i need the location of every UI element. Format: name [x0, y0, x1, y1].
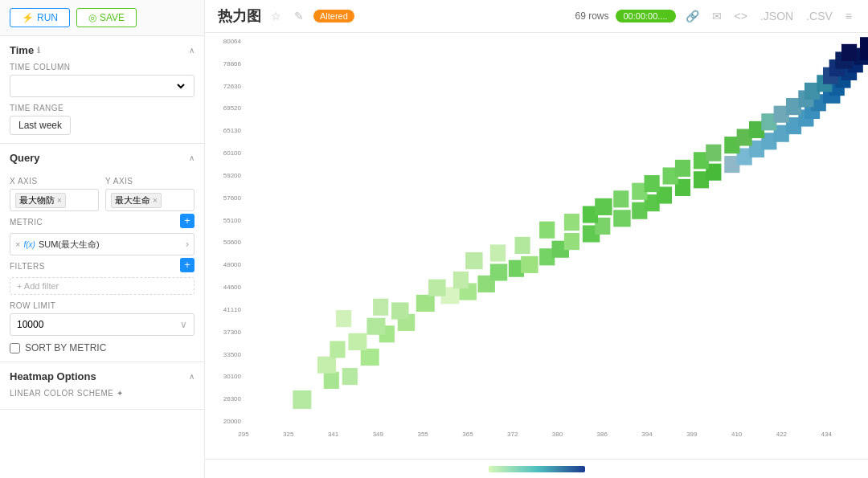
sort-by-metric-row: SORT BY METRIC — [10, 342, 194, 353]
time-section-title: Time ℹ — [10, 44, 40, 56]
time-section-header[interactable]: Time ℹ ∧ — [10, 44, 194, 56]
time-column-select[interactable] — [10, 75, 194, 97]
heatmap-section-header[interactable]: Heatmap Options ∧ — [10, 370, 194, 382]
csv-icon[interactable]: .CSV — [803, 8, 836, 24]
save-label: SAVE — [100, 12, 125, 23]
x-axis-tag-close[interactable]: × — [57, 196, 62, 205]
save-icon: ◎ — [88, 12, 96, 23]
query-chevron-icon: ∧ — [189, 153, 194, 162]
code-icon[interactable]: <> — [731, 8, 751, 24]
timer-badge: 00:00:00.... — [616, 10, 676, 22]
heatmap-chevron-icon: ∧ — [189, 372, 194, 381]
json-icon[interactable]: .JSON — [757, 8, 796, 24]
y-axis-group: Y AXIS 最大生命 × — [105, 170, 194, 211]
y-axis-input[interactable]: 最大生命 × — [105, 189, 194, 211]
time-range-button[interactable]: Last week — [10, 116, 71, 135]
x-axis-label: X AXIS — [10, 177, 99, 186]
right-panel: 热力图 ☆ ✎ Altered 69 rows 00:00:00.... 🔗 ✉… — [205, 0, 868, 478]
add-metric-button[interactable]: + — [180, 214, 194, 228]
heatmap-section: Heatmap Options ∧ LINEAR COLOR SCHEME ✦ — [0, 362, 204, 410]
time-range-label: TIME RANGE — [10, 104, 194, 112]
menu-icon[interactable]: ≡ — [842, 8, 855, 24]
sort-by-metric-checkbox[interactable] — [10, 343, 20, 353]
y-axis-tag-close[interactable]: × — [153, 196, 158, 205]
chart-toolbar: 69 rows 00:00:00.... 🔗 ✉ <> .JSON .CSV ≡ — [575, 8, 855, 24]
time-section: Time ℹ ∧ TIME COLUMN TIME RANGE Last wee… — [0, 36, 204, 144]
x-axis-group: X AXIS 最大物防 × — [10, 170, 99, 211]
query-section-header[interactable]: Query ∧ — [10, 152, 194, 164]
edit-icon[interactable]: ✎ — [291, 8, 307, 24]
metric-expand-icon[interactable]: › — [186, 239, 189, 250]
email-icon[interactable]: ✉ — [709, 8, 725, 24]
lightning-icon: ⚡ — [22, 12, 34, 23]
chart-area — [205, 33, 868, 459]
run-button[interactable]: ⚡ RUN — [10, 8, 70, 27]
filters-header: FILTERS + — [10, 255, 194, 274]
metric-value: SUM(最大生命) — [39, 239, 100, 251]
metric-func-icon: f(x) — [23, 240, 35, 249]
metric-remove-icon[interactable]: × — [15, 239, 20, 249]
time-chevron-icon: ∧ — [189, 46, 194, 55]
link-icon[interactable]: 🔗 — [682, 8, 702, 24]
run-label: RUN — [37, 12, 58, 23]
heatmap-section-title: Heatmap Options — [10, 370, 96, 382]
filter-add-row[interactable]: + Add filter — [10, 277, 194, 295]
add-filter-label: + Add filter — [17, 281, 59, 291]
metric-header: METRIC + — [10, 211, 194, 230]
left-panel: ⚡ RUN ◎ SAVE Time ℹ ∧ TIME COLUMN TIME R… — [0, 0, 205, 478]
bottom-bar — [205, 459, 868, 478]
y-axis-label: Y AXIS — [105, 177, 194, 186]
y-axis-tag: 最大生命 × — [111, 193, 162, 208]
star-icon[interactable]: ☆ — [268, 8, 285, 24]
metric-left: × f(x) SUM(最大生命) — [15, 239, 100, 251]
chart-title: 热力图 — [218, 6, 261, 26]
sort-by-metric-label: SORT BY METRIC — [25, 342, 106, 353]
metric-label: METRIC — [10, 218, 43, 227]
time-column-label: TIME COLUMN — [10, 63, 194, 71]
top-buttons: ⚡ RUN ◎ SAVE — [0, 0, 204, 36]
row-limit-value: 10000 — [17, 319, 43, 330]
query-section: Query ∧ X AXIS 最大物防 × Y AXIS 最大生命 × — [0, 144, 204, 362]
filters-label: FILTERS — [10, 262, 45, 271]
add-filter-button[interactable]: + — [180, 258, 194, 272]
chart-title-area: 热力图 ☆ ✎ Altered — [218, 6, 354, 26]
row-limit-select[interactable]: 10000 ∨ — [10, 313, 194, 336]
x-axis-tag: 最大物防 × — [15, 193, 66, 208]
altered-badge: Altered — [313, 10, 354, 22]
x-axis-input[interactable]: 最大物防 × — [10, 189, 99, 211]
row-limit-chevron-icon: ∨ — [180, 319, 187, 330]
info-icon: ℹ — [37, 46, 40, 55]
linear-color-label: LINEAR COLOR SCHEME ✦ — [10, 389, 194, 398]
query-section-title: Query — [10, 152, 40, 164]
time-column-dropdown[interactable] — [17, 80, 187, 92]
save-button[interactable]: ◎ SAVE — [76, 8, 137, 27]
metric-row[interactable]: × f(x) SUM(最大生命) › — [10, 233, 194, 255]
rows-count: 69 rows — [575, 10, 608, 22]
row-limit-label: ROW LIMIT — [10, 301, 194, 310]
heatmap-canvas — [205, 33, 868, 459]
chart-header: 热力图 ☆ ✎ Altered 69 rows 00:00:00.... 🔗 ✉… — [205, 0, 868, 33]
axis-row: X AXIS 最大物防 × Y AXIS 最大生命 × — [10, 170, 194, 211]
color-legend-bar — [489, 466, 585, 472]
